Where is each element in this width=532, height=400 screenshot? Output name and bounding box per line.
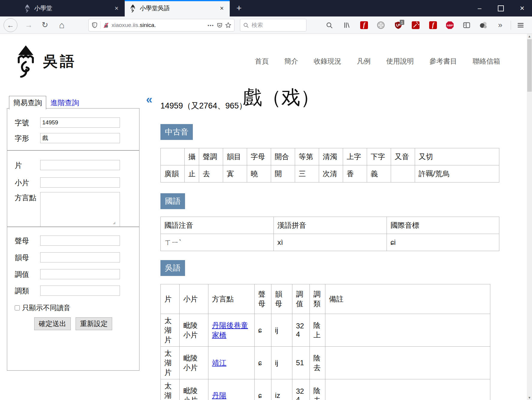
- browser-toolbar: ← → ↻ ⌂ xiaoxue.iis.sinica. •••: [0, 16, 532, 34]
- back-button[interactable]: ←: [4, 18, 17, 32]
- window-close-button[interactable]: ×: [513, 0, 531, 16]
- url-bar[interactable]: xiaoxue.iis.sinica. •••: [88, 19, 235, 31]
- search-bar[interactable]: [240, 19, 306, 31]
- maximize-icon: [498, 5, 504, 11]
- label-zihao: 字號: [15, 118, 29, 128]
- shengmu-input[interactable]: [40, 236, 120, 246]
- nav-bibliography[interactable]: 參考書目: [429, 57, 457, 66]
- abp-label: ABP: [447, 24, 453, 27]
- url-text[interactable]: xiaoxue.iis.sinica.: [112, 22, 205, 28]
- tab-simple-query[interactable]: 簡易查詢: [9, 96, 46, 109]
- tab-advanced-query[interactable]: 進階查詢: [50, 98, 79, 108]
- tab-close-icon[interactable]: ×: [219, 4, 225, 12]
- reset-button[interactable]: 重新設定: [76, 317, 112, 330]
- video-downloader-icon[interactable]: [376, 20, 386, 30]
- insecure-lock-icon[interactable]: [103, 22, 109, 28]
- dialect-point-link[interactable]: 靖江: [212, 359, 226, 367]
- table-row: 太湖片毗陵小片 靖江 ɕij 51陰去: [161, 347, 490, 379]
- wu-dialect-table: 片小片 方言點聲母 韻母調值 調類備註 太湖片毗陵小片 丹陽後巷童家橋 ɕij …: [160, 284, 490, 400]
- yunmu-input[interactable]: [40, 252, 120, 262]
- tracking-shield-icon[interactable]: [92, 22, 97, 28]
- sidebar-toggle-icon[interactable]: [462, 20, 471, 30]
- forward-button[interactable]: →: [23, 19, 35, 31]
- vertical-scrollbar[interactable]: ▲ ▼: [527, 34, 532, 400]
- reload-button[interactable]: ↻: [39, 19, 51, 31]
- flash-addon-icon[interactable]: f: [359, 20, 369, 30]
- downthemall-wand-icon[interactable]: [411, 20, 420, 30]
- checkbox-label: 只顯示不同讀音: [22, 303, 70, 313]
- table-row: ㄒㄧˋ xì ɕi: [161, 234, 499, 251]
- scroll-up-icon[interactable]: ▲: [527, 34, 532, 39]
- more-tools-icon[interactable]: »: [495, 20, 505, 30]
- pocket-icon[interactable]: [217, 22, 223, 28]
- url-domain: sinica.: [140, 22, 156, 28]
- headword-character: 戲（戏）: [243, 87, 320, 108]
- table-row: 廣韻止 去寘 曉開 三次清 香義 許羈/荒烏: [161, 165, 499, 182]
- page-content: 吳語 首頁 簡介 收錄現況 凡例 使用說明 參考書目 聯絡信箱 簡易查詢 進階查…: [0, 34, 527, 400]
- browser-tab-xiaoxuetang-wuyu[interactable]: 小學堂吳語 ×: [125, 0, 230, 16]
- table-header-row: 攝 聲調韻目 字母開合 等第清濁 上字下字 又音又切: [161, 148, 499, 165]
- nav-contact[interactable]: 聯絡信箱: [473, 57, 500, 66]
- submit-button[interactable]: 確定送出: [34, 317, 71, 330]
- middle-chinese-table: 攝 聲調韻目 字母開合 等第清濁 上字下字 又音又切 廣韻止 去寘 曉開 三次清…: [160, 148, 499, 182]
- scroll-down-icon[interactable]: ▼: [527, 395, 532, 400]
- minimize-button[interactable]: –: [471, 0, 488, 16]
- tab-close-icon[interactable]: ×: [113, 4, 120, 12]
- table-row: 太湖片毗陵小片 丹陽 ɕiz 324陰去: [161, 379, 490, 400]
- maximize-button[interactable]: [492, 0, 510, 16]
- fangyandian-textarea[interactable]: [40, 192, 120, 227]
- different-readings-checkbox[interactable]: [15, 305, 20, 310]
- label-diaozhi: 調值: [15, 270, 29, 279]
- toolbar-search-icon[interactable]: [324, 20, 334, 30]
- label-zixing: 字形: [15, 134, 29, 143]
- textarea-resize-grip[interactable]: ◢: [113, 221, 115, 225]
- section-badge-mandarin: 國語: [160, 193, 185, 209]
- label-fangyandian: 方言點: [15, 193, 36, 203]
- tab-title: 小學堂吳語: [140, 4, 215, 12]
- spheres-addon-icon[interactable]: [479, 20, 488, 30]
- diaozhi-input[interactable]: [40, 269, 120, 279]
- section-badge-wu: 吳語: [160, 260, 185, 276]
- new-tab-button[interactable]: +: [233, 2, 245, 14]
- nav-coverage[interactable]: 收錄現況: [314, 57, 341, 66]
- search-input[interactable]: [251, 22, 303, 29]
- home-button[interactable]: ⌂: [56, 19, 68, 31]
- different-readings-checkbox-row: 只顯示不同讀音: [15, 303, 70, 313]
- pian-input[interactable]: [40, 160, 120, 170]
- nav-conventions[interactable]: 凡例: [357, 57, 371, 66]
- main-navigation: 首頁 簡介 收錄現況 凡例 使用說明 參考書目 聯絡信箱: [180, 57, 500, 66]
- label-diaolei: 調類: [15, 286, 29, 296]
- mandarin-table: 國語注音 漢語拼音 國際音標 ㄒㄧˋ xì ɕi: [160, 217, 499, 251]
- zixing-input[interactable]: [40, 133, 120, 143]
- dialect-point-link[interactable]: 丹陽後巷童家橋: [212, 321, 248, 339]
- bookmark-star-icon[interactable]: [225, 22, 231, 28]
- nav-intro[interactable]: 簡介: [284, 57, 298, 66]
- site-favicon-icon: [130, 4, 136, 13]
- flash-player-icon[interactable]: f: [428, 20, 438, 30]
- toolbar-divider: [511, 21, 511, 30]
- search-icon: [243, 22, 249, 28]
- dialect-point-link[interactable]: 丹陽: [212, 391, 226, 399]
- scrollbar-thumb[interactable]: [527, 39, 532, 92]
- character-id-line: 14959（又2764、965）: [160, 100, 247, 111]
- site-favicon-icon: [24, 4, 31, 13]
- ublock-origin-icon[interactable]: 1: [393, 20, 403, 30]
- query-form-panel: 字號 字形 片 小片 方言點 ◢ 聲母 韻母 調值 調類 只顯示不同讀音 確定送…: [7, 108, 139, 371]
- nav-home[interactable]: 首頁: [255, 57, 269, 66]
- page-actions-icon[interactable]: •••: [208, 23, 214, 28]
- site-logo[interactable]: 吳語: [13, 45, 77, 78]
- table-header-row: 片小片 方言點聲母 韻母調值 調類備註: [161, 284, 490, 314]
- tab-title: 小學堂: [34, 4, 110, 12]
- nav-instructions[interactable]: 使用說明: [386, 57, 414, 66]
- table-header-row: 國語注音 漢語拼音 國際音標: [161, 217, 499, 234]
- label-pian: 片: [15, 161, 22, 170]
- xiaopian-input[interactable]: [40, 177, 120, 188]
- collapse-sidebar-button[interactable]: «: [146, 94, 152, 105]
- library-icon[interactable]: [342, 20, 351, 30]
- logo-wordmark: 吳語: [43, 52, 77, 71]
- browser-tab-xiaoxuetang[interactable]: 小學堂 ×: [19, 0, 125, 16]
- diaolei-input[interactable]: [40, 286, 120, 296]
- menu-hamburger-icon[interactable]: [516, 20, 525, 30]
- adblock-plus-icon[interactable]: ABP: [445, 20, 455, 30]
- zihao-input[interactable]: [40, 117, 120, 128]
